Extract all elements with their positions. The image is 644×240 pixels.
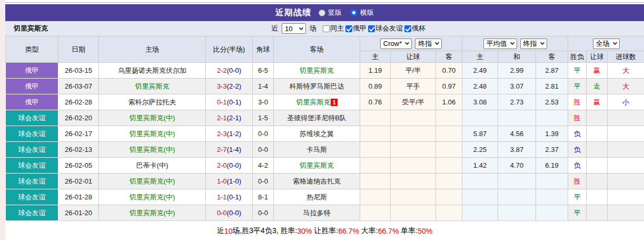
crow-home-odds bbox=[360, 126, 391, 142]
crow-handicap bbox=[391, 126, 436, 142]
match-count-select[interactable]: 10 bbox=[282, 23, 306, 34]
filter-checkbox-friendly[interactable]: 球会友谊 bbox=[368, 24, 403, 33]
crow-away-odds bbox=[436, 142, 462, 158]
avg-draw-odds: 3.87 bbox=[498, 142, 536, 158]
radio-horizontal-label: 横版 bbox=[360, 8, 374, 17]
crow-home-odds bbox=[360, 205, 391, 221]
filter-checkbox-cup[interactable]: 俄杯 bbox=[404, 24, 425, 33]
avg-away-odds: 2.37 bbox=[536, 142, 568, 158]
full-time-score: 2-1 bbox=[217, 114, 227, 122]
sub-header-crow-handicap: 让球 bbox=[391, 51, 436, 63]
scope-dropdown[interactable]: 全场 bbox=[593, 39, 620, 49]
avg-away-odds: 2.81 bbox=[536, 79, 568, 94]
away-team-name: 切里宾斯克 bbox=[296, 98, 330, 106]
checkbox-unchecked-icon[interactable] bbox=[323, 25, 330, 32]
avg-away-odds bbox=[536, 110, 568, 126]
crow-home-odds bbox=[360, 189, 391, 205]
match-date: 26-02-17 bbox=[58, 126, 99, 142]
scope-header: 全场 bbox=[568, 36, 644, 51]
match-result: 平 bbox=[568, 189, 587, 205]
chevron-down-icon bbox=[299, 25, 303, 30]
radio-vertical-layout[interactable]: 竖版 bbox=[319, 8, 342, 17]
radio-horizontal-layout[interactable]: 横版 bbox=[350, 8, 374, 17]
filter-controls: 近 10 场 同主 俄甲 球会友谊 俄杯 bbox=[271, 21, 425, 36]
away-team-name: 圣彼得堡泽尼特B队 bbox=[287, 114, 346, 122]
avg-away-odds: 2.53 bbox=[536, 94, 568, 110]
home-team-name: 切里宾斯克(中) bbox=[130, 193, 175, 201]
crow-handicap: 平/半 bbox=[391, 63, 436, 79]
home-team-cell: 乌里扬诺夫斯克伏尔加 bbox=[99, 63, 206, 79]
half-time-score: (1-2) bbox=[227, 130, 241, 138]
checkbox-checked-icon[interactable] bbox=[368, 25, 375, 32]
score-cell: 1-1(0-1) bbox=[206, 189, 253, 205]
home-team-cell: 切里宾斯克(中) bbox=[99, 126, 206, 142]
league-type-badge: 球会友谊 bbox=[6, 126, 58, 142]
radio-checked-icon[interactable] bbox=[350, 9, 358, 16]
odds-time-dropdown-2[interactable]: 终指 bbox=[520, 39, 547, 49]
half-time-score: (0-0) bbox=[227, 209, 241, 217]
avg-home-odds bbox=[462, 205, 498, 221]
checkbox-checked-icon[interactable] bbox=[404, 25, 411, 32]
summary-segment: 50% bbox=[418, 227, 432, 235]
chevron-down-icon bbox=[540, 41, 544, 45]
avg-home-odds bbox=[462, 189, 498, 205]
away-team-cell: 热尼斯 bbox=[274, 189, 360, 205]
crow-home-odds bbox=[360, 158, 391, 174]
away-team-cell: 苏维埃之翼 bbox=[274, 126, 360, 142]
avg-away-odds bbox=[536, 174, 568, 189]
away-team-cell: 索格迪纳吉扎克 bbox=[274, 174, 360, 189]
checkbox-checked-icon[interactable] bbox=[345, 25, 352, 32]
avg-draw-odds bbox=[498, 205, 536, 221]
crow-handicap bbox=[391, 158, 436, 174]
odds-source-dropdown[interactable]: Crow* bbox=[380, 39, 412, 49]
away-team-cell: 切里宾斯克 bbox=[274, 63, 360, 79]
avg-draw-odds bbox=[498, 110, 536, 126]
corner-score: 1-5 bbox=[253, 110, 274, 126]
match-row: 俄甲26-02-28索科尔萨拉托夫0-1(0-1)3-0切里宾斯克10.76受平… bbox=[6, 94, 644, 110]
controls-row: 切里宾斯克 近 10 场 同主 俄甲 球会友谊 俄杯 bbox=[5, 21, 644, 36]
away-team-cell: 卡马斯 bbox=[274, 142, 360, 158]
goals-result bbox=[608, 110, 644, 126]
score-cell: 0-1(0-1) bbox=[206, 94, 253, 110]
home-team-name: 切里宾斯克(中) bbox=[130, 130, 175, 138]
games-label: 场 bbox=[310, 24, 316, 33]
crow-home-odds: 1.19 bbox=[360, 63, 391, 79]
crow-away-odds bbox=[436, 158, 462, 174]
layout-radio-group: 竖版 横版 bbox=[319, 8, 374, 17]
handicap-result bbox=[587, 205, 608, 221]
filter-league-label: 俄甲 bbox=[353, 24, 366, 33]
score-cell: 2-0(0-0) bbox=[206, 158, 253, 174]
avg-away-odds: 6.19 bbox=[536, 158, 568, 174]
same-home-checkbox[interactable]: 同主 bbox=[323, 24, 344, 33]
match-date: 26-02-28 bbox=[58, 94, 99, 110]
league-type-badge: 球会友谊 bbox=[6, 158, 58, 174]
match-row: 球会友谊26-02-13切里宾斯克(中)2-7(1-4)0-0卡马斯2.253.… bbox=[6, 142, 644, 158]
handicap-result: 赢 bbox=[587, 94, 608, 110]
odds-time-dropdown-1[interactable]: 终指 bbox=[415, 39, 442, 49]
average-dropdown[interactable]: 平均值 bbox=[483, 39, 517, 49]
avg-draw-odds bbox=[498, 174, 536, 189]
match-result: 平 bbox=[568, 63, 587, 79]
filter-checkbox-league[interactable]: 俄甲 bbox=[345, 24, 366, 33]
full-time-score: 2-7 bbox=[217, 146, 227, 153]
recent-results-module: 近期战绩 竖版 横版 切里宾斯克 近 10 场 同主 bbox=[5, 0, 644, 240]
match-result: 胜 bbox=[568, 110, 587, 126]
top-border bbox=[5, 0, 644, 4]
odds-time-value-2: 终指 bbox=[523, 39, 537, 49]
home-team-name: 切里宾斯克(中) bbox=[130, 114, 175, 122]
sub-header-handicap-result: 让球 bbox=[587, 51, 608, 63]
summary-segment: 让胜率: bbox=[312, 226, 338, 236]
avg-home-odds bbox=[462, 110, 498, 126]
home-team-name: 索科尔萨拉托夫 bbox=[128, 98, 176, 106]
match-result: 负 bbox=[568, 126, 587, 142]
filter-friendly-label: 球会友谊 bbox=[375, 24, 403, 33]
goals-result: 大 bbox=[608, 63, 644, 79]
away-team-cell: 切里宾斯克 bbox=[274, 158, 360, 174]
league-type-badge: 球会友谊 bbox=[6, 174, 58, 189]
away-team-name: 索格迪纳吉扎克 bbox=[293, 177, 341, 185]
match-row: 球会友谊26-02-05巴蒂卡(中)2-0(0-0)4-2切里宾斯克1.424.… bbox=[6, 158, 644, 174]
match-result: 胜 bbox=[568, 174, 587, 189]
full-time-score: 0-1 bbox=[217, 98, 227, 106]
radio-unchecked-icon[interactable] bbox=[319, 9, 325, 16]
away-team-name: 切里宾斯克 bbox=[300, 161, 334, 169]
